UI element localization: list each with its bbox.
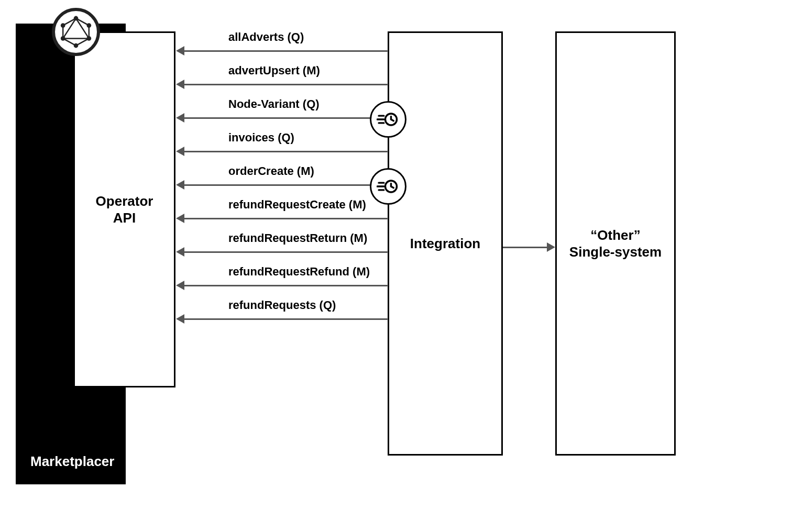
svg-point-2 [74,16,79,21]
graphql-icon-svg [60,16,92,48]
integration-to-other-arrow [503,242,555,252]
api-arrow: orderCreate (M) [176,164,388,190]
arrow-head-left [176,281,184,290]
arrow-shaft [184,117,388,119]
svg-point-5 [74,43,79,48]
arrow-head-left [176,80,184,89]
graphql-icon [52,8,100,56]
speed-clock-icon [370,101,406,138]
api-arrow-line [176,214,388,223]
svg-marker-1 [63,18,89,38]
integration-label: Integration [410,236,480,252]
api-arrow-label: advertUpsert (M) [228,64,320,77]
api-arrow-label: refundRequests (Q) [228,298,336,312]
api-arrow-line [176,46,388,56]
api-arrow: refundRequestReturn (M) [176,231,388,257]
api-arrow: allAdverts (Q) [176,30,388,56]
arrow-head-left [176,147,184,156]
arrow-shaft [184,318,388,320]
api-arrow: refundRequestRefund (M) [176,265,388,290]
svg-point-6 [61,36,65,41]
arrow-head-left [176,113,184,123]
arrow-head-left [176,214,184,223]
arrow-shaft [184,151,388,152]
api-arrow-line [176,180,388,190]
arrow-head-left [176,46,184,56]
arrow-shaft [503,247,547,248]
api-arrow-line [176,314,388,324]
speed-clock-icon-svg [377,108,400,131]
api-arrow-line [176,247,388,257]
arrow-head-left [176,247,184,257]
api-arrow-label: refundRequestRefund (M) [228,265,370,279]
api-arrow: refundRequestCreate (M) [176,198,388,223]
arrow-shaft [184,84,388,85]
other-system-label: “Other” Single-system [569,227,662,261]
arrow-head-left [176,314,184,324]
api-arrow-line [176,147,388,156]
arrow-shaft [184,285,388,286]
arrow-shaft [184,251,388,253]
svg-point-7 [61,23,65,28]
diagram-canvas: Marketplacer Operator API Int [0,0,792,532]
svg-point-3 [86,23,91,28]
other-system-box: “Other” Single-system [555,31,676,456]
marketplacer-label: Marketplacer [30,453,114,470]
arrow-head-left [176,180,184,190]
arrow-shaft [184,218,388,219]
api-arrow-label: orderCreate (M) [228,164,314,178]
api-arrow: refundRequests (Q) [176,298,388,324]
api-arrow-line [176,113,388,123]
arrow-head-right [547,242,555,252]
integration-box: Integration [388,31,503,456]
api-arrow-line [176,281,388,290]
speed-clock-icon-svg [377,175,400,198]
arrow-shaft [184,184,388,186]
operator-api-label: Operator API [96,193,153,227]
operator-api-box: Operator API [73,31,175,387]
api-arrow: advertUpsert (M) [176,64,388,89]
svg-point-4 [86,36,91,41]
api-arrow-label: allAdverts (Q) [228,30,304,44]
api-arrow: invoices (Q) [176,131,388,156]
api-arrow-label: refundRequestReturn (M) [228,231,367,245]
api-arrow-label: refundRequestCreate (M) [228,198,366,212]
arrow-shaft [184,50,388,52]
api-arrow-line [176,80,388,89]
speed-clock-icon [370,168,406,205]
api-arrow-label: invoices (Q) [228,131,294,145]
api-arrow-label: Node-Variant (Q) [228,97,320,111]
api-arrow: Node-Variant (Q) [176,97,388,123]
